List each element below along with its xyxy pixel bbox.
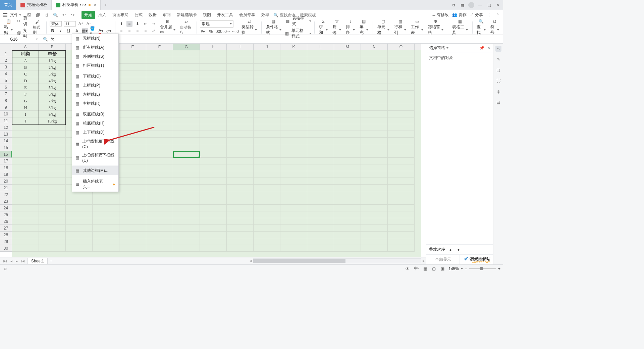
dec-inc-icon[interactable]: .0→ [224,29,230,35]
eye-icon[interactable]: 👁 [405,266,410,271]
feedback-icon[interactable]: ☺ [3,266,8,271]
pane-pin-icon[interactable]: 📌 [479,46,484,50]
clear-icon[interactable]: ◇▾ [106,28,112,34]
border-option[interactable]: ▦插入斜线表头...◆ [72,177,118,192]
tab-home[interactable]: 首页 [0,0,16,10]
row-headers[interactable]: 1234567891011121314151617181920212223242… [0,50,12,252]
tab-start[interactable]: 开始 [82,11,95,19]
cell-button[interactable]: ▢单元格 [376,21,391,34]
name-input[interactable] [2,37,25,42]
align-top-icon[interactable]: ⬆ [118,21,124,27]
share-button[interactable]: ↗ 分享 [470,12,483,18]
border-option[interactable]: ▦左框线(L) [72,90,118,99]
paste-button[interactable]: 📋粘贴 [3,21,14,34]
percent-icon[interactable]: % [208,29,214,35]
row-header-21[interactable]: 21 [0,185,12,191]
view1-icon[interactable]: ▦ [422,266,428,271]
tab-data[interactable]: 数据 [146,11,159,19]
cellstyle-icon[interactable]: ▦ [285,31,289,37]
row-header-22[interactable]: 22 [0,191,12,198]
tab-member[interactable]: 会员专享 [236,11,258,19]
row-header-25[interactable]: 25 [0,211,12,218]
avatar-icon[interactable] [468,2,474,8]
cursor-icon[interactable]: ↖ [495,46,501,52]
row-header-2[interactable]: 2 [0,57,12,64]
zoom-in-icon[interactable]: + [498,266,500,271]
row-header-10[interactable]: 10 [0,111,12,117]
fillcolor-icon[interactable]: 🪣▾ [90,28,96,34]
sheet-button[interactable]: ▭工作表 [410,21,424,34]
row-header-15[interactable]: 15 [0,144,12,151]
sheet-last-icon[interactable]: ⏭ [20,259,26,263]
col-header-F[interactable]: F [146,44,173,50]
name-box[interactable] [0,37,40,42]
currency-icon[interactable]: ¥▾ [200,29,206,35]
font-name[interactable] [50,21,62,27]
sheet-prev-icon[interactable]: ◂ [9,259,13,263]
showall-button[interactable]: 全部显示 [426,255,460,264]
sum-button[interactable]: Σ求和 [318,21,329,34]
order-up-icon[interactable]: ▴ [448,247,453,252]
filter-button[interactable]: ▽筛选 [331,21,342,34]
apps-icon[interactable]: ▦ [460,2,465,8]
border-icon[interactable]: ▦▾ [82,28,88,34]
fill-button[interactable]: ▤填充 [358,21,370,34]
tab-view[interactable]: 视图 [200,11,214,19]
preview-icon[interactable]: 🔍 [53,12,58,18]
order-down-icon[interactable]: ▾ [456,247,461,252]
cut-label[interactable]: 剪切 [23,15,30,27]
align-left-icon[interactable]: ≡ [118,28,124,34]
cloud-changes[interactable]: ☁ 有修改 [432,12,449,18]
underline-icon[interactable]: U [66,28,72,34]
redo-icon[interactable]: ↷ [70,12,75,18]
view3-icon[interactable]: ▣ [440,266,445,271]
row-header-3[interactable]: 3 [0,64,12,70]
tab-file[interactable]: 种类单价.xlsx × [52,0,101,10]
font-grow-icon[interactable]: A⁺ [78,21,84,27]
hscroll[interactable]: ◂▸ [248,257,426,264]
add-sheet-icon[interactable]: + [49,259,53,263]
undo-icon[interactable]: ↶ [61,12,67,18]
typeconv-button[interactable]: ⇄类型转换 [240,21,258,34]
align-mid-icon[interactable]: ≡ [126,21,132,27]
collapse-icon[interactable]: ⌃ [495,12,500,18]
sheet-next-icon[interactable]: ▸ [15,259,19,263]
border-dropdown[interactable]: ▦无框线(N)▦所有框线(A)▦外侧框线(S)▦粗匣框线(T)▦下框线(O)▦上… [72,34,119,192]
copy-icon[interactable]: 🗐 [16,31,21,37]
tab-insert[interactable]: 插入 [96,11,109,19]
tab-formula[interactable]: 公式 [132,11,145,19]
orientation-icon[interactable]: ⤢ [151,28,157,34]
dec-dec-icon[interactable]: ←.0 [232,29,238,35]
align-bot-icon[interactable]: ⬇ [135,21,141,27]
border-option[interactable]: ▦外侧框线(S) [72,52,118,61]
cn-icon[interactable]: 中· [414,266,419,271]
border-option[interactable]: ▦双底框线(B) [72,110,118,119]
tablestyle-icon[interactable]: ▦ [285,18,290,24]
row-header-9[interactable]: 9 [0,104,12,111]
zoom-fn-icon[interactable]: 🔍 [43,37,48,42]
tab-dev[interactable]: 开发工具 [214,11,236,19]
row-header-29[interactable]: 29 [0,238,12,245]
maximize-icon[interactable]: ▢ [486,2,492,8]
col-header-J[interactable]: J [254,44,280,50]
more-icon[interactable]: ⋮ [486,12,492,18]
border-option[interactable]: ▦下框线(O) [72,72,118,81]
col-header-G[interactable]: G [173,44,200,50]
sort-button[interactable]: ↕排序 [344,21,356,34]
close-icon[interactable]: × [94,3,96,7]
row-header-4[interactable]: 4 [0,70,12,77]
col-header-N[interactable]: N [361,44,388,50]
font-size[interactable] [64,21,76,27]
screenshot-icon[interactable]: ⛶ [495,78,501,84]
tab-review[interactable]: 审阅 [160,11,173,19]
comma-icon[interactable]: 000 [216,29,222,35]
freeze-button[interactable]: ✽冻结窗格 [427,21,445,34]
zoom-out-icon[interactable]: − [465,266,467,271]
border-option[interactable]: ▦上框线和粗下框线(C) [72,137,118,151]
tab-efficiency[interactable]: 效率 [259,11,272,19]
col-header-I[interactable]: I [227,44,254,50]
sheet-first-icon[interactable]: ⏮ [2,259,8,263]
hamburger-icon[interactable] [3,13,7,17]
row-header-14[interactable]: 14 [0,138,12,144]
row-header-27[interactable]: 27 [0,225,12,232]
